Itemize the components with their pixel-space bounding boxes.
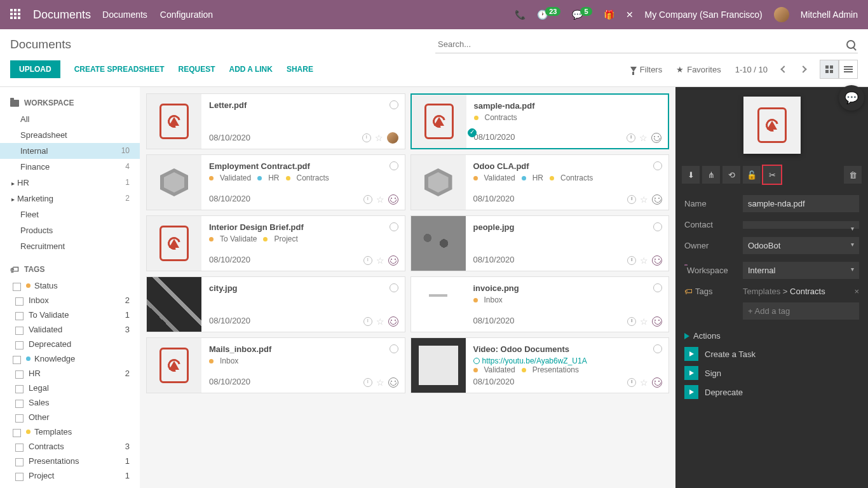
action-deprecate[interactable]: Deprecate — [675, 383, 868, 402]
user-name[interactable]: Mitchell Admin — [801, 10, 858, 20]
action-sign[interactable]: Sign — [675, 363, 868, 383]
tag-item[interactable]: Deprecated — [0, 337, 140, 351]
clock-icon[interactable] — [363, 256, 372, 265]
filters-dropdown[interactable]: Filters — [630, 65, 662, 74]
clock-icon[interactable] — [627, 317, 636, 326]
face-icon[interactable] — [652, 194, 662, 205]
workspace-select[interactable]: Internal — [743, 262, 859, 279]
card-select-toggle[interactable] — [653, 283, 662, 292]
star-icon[interactable]: ☆ — [640, 377, 648, 388]
phone-icon[interactable]: 📞 — [515, 10, 526, 20]
contact-select[interactable] — [743, 221, 859, 229]
card-select-toggle[interactable] — [390, 283, 398, 292]
clock-icon[interactable] — [362, 133, 371, 142]
owner-select[interactable]: OdooBot — [743, 237, 859, 254]
archive-button[interactable]: 🗑 — [844, 166, 862, 184]
card-select-toggle[interactable] — [390, 100, 398, 109]
card-select-toggle[interactable] — [390, 344, 398, 353]
chat-bubble-button[interactable]: 💬 — [839, 85, 864, 111]
star-icon[interactable]: ☆ — [640, 194, 648, 205]
split-button[interactable]: ✂ — [763, 166, 781, 184]
face-icon[interactable] — [652, 316, 662, 327]
face-icon[interactable] — [652, 377, 662, 388]
tag-item[interactable]: Other — [0, 410, 140, 424]
card-select-toggle[interactable] — [653, 222, 662, 231]
upload-button[interactable]: UPLOAD — [10, 60, 60, 78]
tag-item[interactable]: Validated3 — [0, 322, 140, 337]
document-card[interactable]: Letter.pdf 08/10/2020 ☆ — [146, 93, 405, 149]
remove-tag-button[interactable]: × — [854, 287, 859, 296]
download-button[interactable]: ⬇ — [682, 166, 700, 184]
discuss-icon[interactable]: 💬5 — [572, 10, 592, 20]
nav-configuration[interactable]: Configuration — [160, 10, 213, 20]
clock-icon[interactable] — [363, 317, 372, 326]
tag-item[interactable]: Legal — [0, 381, 140, 395]
star-icon[interactable]: ☆ — [640, 316, 648, 327]
document-card[interactable]: Odoo CLA.pdf ValidatedHRContracts 08/10/… — [410, 154, 670, 210]
tag-group-header[interactable]: Templates — [0, 424, 140, 439]
star-icon[interactable]: ☆ — [376, 194, 384, 205]
clock-icon[interactable] — [627, 133, 635, 142]
card-select-toggle[interactable] — [390, 161, 398, 170]
workspace-item[interactable]: Spreadsheet — [0, 127, 140, 143]
tag-item[interactable]: Sales — [0, 395, 140, 410]
replace-button[interactable]: ⟲ — [722, 166, 740, 184]
clock-icon[interactable] — [627, 256, 636, 265]
star-icon[interactable]: ☆ — [639, 133, 648, 143]
document-card[interactable]: sample-nda.pdf Contracts 08/10/2020 ☆ — [410, 93, 670, 149]
share-button[interactable]: SHARE — [287, 65, 313, 74]
document-card[interactable]: people.jpg 08/10/2020 ☆ — [410, 215, 670, 271]
tag-item[interactable]: Contracts3 — [0, 439, 140, 454]
star-icon[interactable]: ☆ — [376, 316, 384, 327]
workspace-item[interactable]: Products — [0, 222, 140, 238]
request-button[interactable]: REQUEST — [178, 65, 215, 74]
favorites-dropdown[interactable]: ★Favorites — [676, 65, 721, 74]
star-icon[interactable]: ☆ — [376, 377, 384, 388]
action-create-task[interactable]: Create a Task — [675, 344, 868, 363]
clock-icon[interactable] — [627, 378, 636, 387]
user-avatar[interactable] — [774, 7, 789, 22]
document-card[interactable]: Interior Design Brief.pdf To ValidatePro… — [146, 215, 405, 271]
face-icon[interactable] — [388, 255, 398, 266]
tag-item[interactable]: HR2 — [0, 366, 140, 381]
card-select-toggle[interactable] — [653, 161, 662, 170]
tag-item[interactable]: Presentations1 — [0, 454, 140, 468]
document-card[interactable]: city.jpg 08/10/2020 ☆ — [146, 276, 405, 332]
workspace-item[interactable]: Finance4 — [0, 159, 140, 175]
workspace-item[interactable]: All — [0, 111, 140, 127]
pager-next[interactable] — [799, 65, 806, 72]
clock-icon[interactable] — [627, 195, 636, 204]
app-brand[interactable]: Documents — [33, 8, 91, 22]
document-card[interactable]: Video: Odoo Documents https://youtu.be/A… — [410, 337, 670, 393]
card-select-toggle[interactable] — [653, 344, 662, 353]
clock-icon[interactable] — [363, 195, 372, 204]
star-icon[interactable]: ☆ — [640, 255, 648, 266]
activities-icon[interactable]: 🕐23 — [537, 10, 560, 20]
gift-icon[interactable]: 🎁 — [604, 10, 614, 20]
face-icon[interactable] — [388, 377, 398, 388]
tag-item[interactable]: Project1 — [0, 468, 140, 483]
create-spreadsheet-button[interactable]: CREATE SPREADSHEET — [74, 65, 165, 74]
face-icon[interactable] — [652, 255, 662, 266]
card-select-toggle[interactable] — [390, 222, 398, 231]
company-switcher[interactable]: My Company (San Francisco) — [645, 10, 763, 20]
face-icon[interactable] — [388, 316, 398, 327]
star-icon[interactable]: ☆ — [376, 255, 384, 266]
workspace-item[interactable]: ▸Marketing2 — [0, 191, 140, 207]
card-select-toggle[interactable] — [468, 128, 477, 137]
tag-group-header[interactable]: Knowledge — [0, 351, 140, 366]
search-input[interactable] — [435, 36, 846, 53]
share-doc-button[interactable]: ⋔ — [702, 166, 720, 184]
tag-item[interactable]: Inbox2 — [0, 293, 140, 308]
pager-prev[interactable] — [780, 65, 787, 72]
workspace-item[interactable]: Recruitment — [0, 238, 140, 254]
add-tag-input[interactable]: + Add a tag — [743, 302, 859, 320]
document-card[interactable]: Employment Contract.pdf ValidatedHRContr… — [146, 154, 405, 210]
name-input[interactable]: sample-nda.pdf — [743, 195, 859, 212]
face-icon[interactable] — [388, 194, 398, 205]
workspace-item[interactable]: Internal10 — [0, 143, 140, 159]
kanban-view-button[interactable] — [820, 60, 839, 79]
tag-item[interactable]: To Validate1 — [0, 308, 140, 322]
nav-documents[interactable]: Documents — [102, 10, 147, 20]
star-icon[interactable]: ☆ — [375, 133, 383, 143]
